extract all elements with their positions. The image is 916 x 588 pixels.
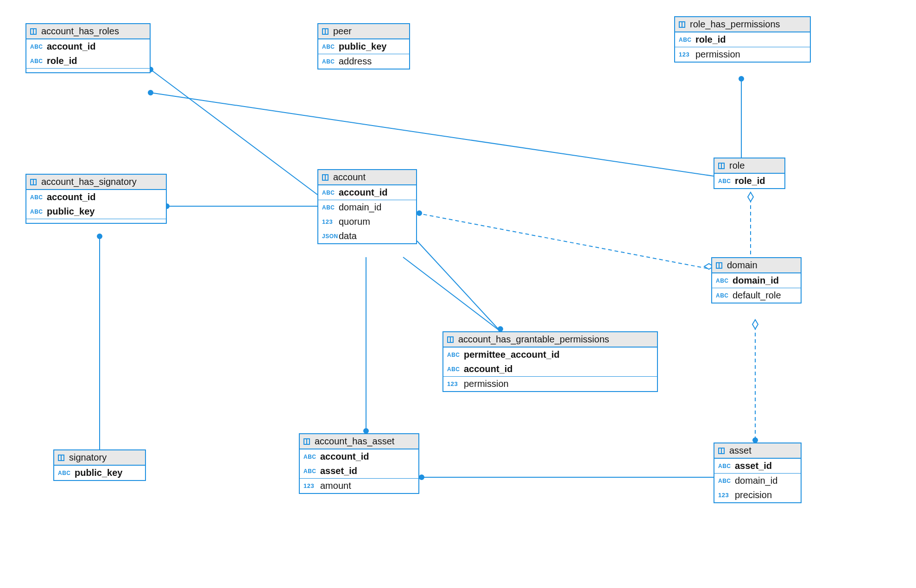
entity-account_has_signatory[interactable]: account_has_signatoryABCaccount_idABCpub… xyxy=(25,174,167,224)
field-asset_id[interactable]: ABCasset_id xyxy=(300,464,418,478)
abc-type-icon: ABC xyxy=(322,44,336,50)
field-role_id[interactable]: ABCrole_id xyxy=(675,32,810,47)
svg-point-14 xyxy=(498,327,503,331)
field-name: asset_id xyxy=(320,466,357,476)
svg-point-3 xyxy=(148,90,153,95)
field-account_id[interactable]: ABCaccount_id xyxy=(443,362,657,376)
num-type-icon: 123 xyxy=(447,380,461,387)
table-icon xyxy=(718,163,726,169)
table-icon xyxy=(322,28,330,35)
field-role_id[interactable]: ABCrole_id xyxy=(714,174,784,188)
field-name: account_id xyxy=(339,187,388,198)
svg-point-21 xyxy=(419,475,424,480)
svg-line-0 xyxy=(151,70,317,195)
field-name: public_key xyxy=(339,41,386,52)
entity-header[interactable]: asset xyxy=(714,443,801,459)
field-public_key[interactable]: ABCpublic_key xyxy=(54,466,145,480)
entity-role[interactable]: roleABCrole_id xyxy=(714,158,785,189)
field-domain_id[interactable]: ABCdomain_id xyxy=(712,273,801,288)
entity-title: account_has_asset xyxy=(315,436,394,447)
entity-title: role_has_permissions xyxy=(690,19,780,30)
entity-title: account_has_grantable_permissions xyxy=(458,334,609,345)
field-public_key[interactable]: ABCpublic_key xyxy=(26,204,166,219)
field-name: account_id xyxy=(320,451,369,462)
abc-type-icon: ABC xyxy=(30,209,44,215)
abc-type-icon: ABC xyxy=(716,292,730,299)
field-address[interactable]: ABCaddress xyxy=(318,54,409,69)
field-domain_id[interactable]: ABCdomain_id xyxy=(714,473,801,488)
entity-header[interactable]: signatory xyxy=(54,450,145,466)
entity-role_has_permissions[interactable]: role_has_permissionsABCrole_id123permiss… xyxy=(674,16,811,63)
field-name: account_id xyxy=(47,41,96,52)
abc-type-icon: ABC xyxy=(30,194,44,201)
field-amount[interactable]: 123amount xyxy=(300,478,418,493)
field-name: account_id xyxy=(47,192,96,202)
field-default_role[interactable]: ABCdefault_role xyxy=(712,288,801,303)
field-name: data xyxy=(339,231,357,241)
entity-account_has_roles[interactable]: account_has_rolesABCaccount_idABCrole_id xyxy=(25,23,151,73)
num-type-icon: 123 xyxy=(718,492,732,499)
entity-header[interactable]: account_has_signatory xyxy=(26,175,166,190)
table-icon xyxy=(58,455,66,461)
svg-point-5 xyxy=(739,76,744,81)
entity-header[interactable]: peer xyxy=(318,24,409,39)
field-name: asset_id xyxy=(735,461,772,471)
field-quorum[interactable]: 123quorum xyxy=(318,215,416,229)
entity-title: account xyxy=(333,172,366,183)
field-name: domain_id xyxy=(735,475,777,486)
abc-type-icon: ABC xyxy=(447,352,461,358)
field-name: permittee_account_id xyxy=(464,349,560,360)
abc-type-icon: ABC xyxy=(718,178,732,184)
entity-account_has_grantable_permissions[interactable]: account_has_grantable_permissionsABCperm… xyxy=(442,331,658,392)
field-permission[interactable]: 123permission xyxy=(675,47,810,62)
entity-header[interactable]: account_has_asset xyxy=(300,434,418,449)
field-precision[interactable]: 123precision xyxy=(714,488,801,502)
abc-type-icon: ABC xyxy=(322,204,336,211)
entity-header[interactable]: role_has_permissions xyxy=(675,17,810,32)
field-name: role_id xyxy=(735,176,765,186)
entity-header[interactable]: domain xyxy=(712,258,801,273)
entity-account_has_asset[interactable]: account_has_assetABCaccount_idABCasset_i… xyxy=(299,433,419,494)
field-permittee_account_id[interactable]: ABCpermittee_account_id xyxy=(443,348,657,362)
field-account_id[interactable]: ABCaccount_id xyxy=(26,190,166,204)
field-data[interactable]: JSONdata xyxy=(318,229,416,243)
json-type-icon: JSON xyxy=(322,233,336,240)
svg-line-12 xyxy=(403,257,500,331)
field-account_id[interactable]: ABCaccount_id xyxy=(300,449,418,464)
trailing-separator xyxy=(26,219,166,223)
table-icon xyxy=(447,336,455,343)
field-name: amount xyxy=(320,481,351,491)
entity-header[interactable]: account_has_roles xyxy=(26,24,150,39)
abc-type-icon: ABC xyxy=(447,366,461,373)
table-icon xyxy=(30,28,38,35)
field-permission[interactable]: 123permission xyxy=(443,376,657,391)
field-account_id[interactable]: ABCaccount_id xyxy=(318,185,416,200)
num-type-icon: 123 xyxy=(322,218,336,225)
abc-type-icon: ABC xyxy=(303,454,317,460)
field-role_id[interactable]: ABCrole_id xyxy=(26,54,150,68)
field-name: permission xyxy=(695,49,740,60)
entity-asset[interactable]: assetABCasset_idABCdomain_id123precision xyxy=(714,443,802,503)
num-type-icon: 123 xyxy=(303,482,317,489)
field-public_key[interactable]: ABCpublic_key xyxy=(318,39,409,54)
field-account_id[interactable]: ABCaccount_id xyxy=(26,39,150,54)
er-diagram-canvas: account_has_rolesABCaccount_idABCrole_id… xyxy=(0,0,916,588)
entity-header[interactable]: account_has_grantable_permissions xyxy=(443,332,657,348)
field-asset_id[interactable]: ABCasset_id xyxy=(714,459,801,473)
entity-domain[interactable]: domainABCdomain_idABCdefault_role xyxy=(711,257,802,303)
entity-header[interactable]: account xyxy=(318,170,416,185)
svg-point-11 xyxy=(364,429,368,433)
entity-peer[interactable]: peerABCpublic_keyABCaddress xyxy=(317,23,410,70)
entity-title: role xyxy=(729,160,745,171)
field-name: public_key xyxy=(47,206,95,217)
entity-signatory[interactable]: signatoryABCpublic_key xyxy=(53,449,146,481)
entity-title: account_has_roles xyxy=(41,26,119,37)
abc-type-icon: ABC xyxy=(30,44,44,50)
entity-header[interactable]: role xyxy=(714,158,784,174)
field-domain_id[interactable]: ABCdomain_id xyxy=(318,200,416,215)
field-name: precision xyxy=(735,490,772,500)
abc-type-icon: ABC xyxy=(716,278,730,284)
entity-account[interactable]: accountABCaccount_idABCdomain_id123quoru… xyxy=(317,169,417,244)
field-name: default_role xyxy=(733,290,781,301)
abc-type-icon: ABC xyxy=(303,468,317,474)
